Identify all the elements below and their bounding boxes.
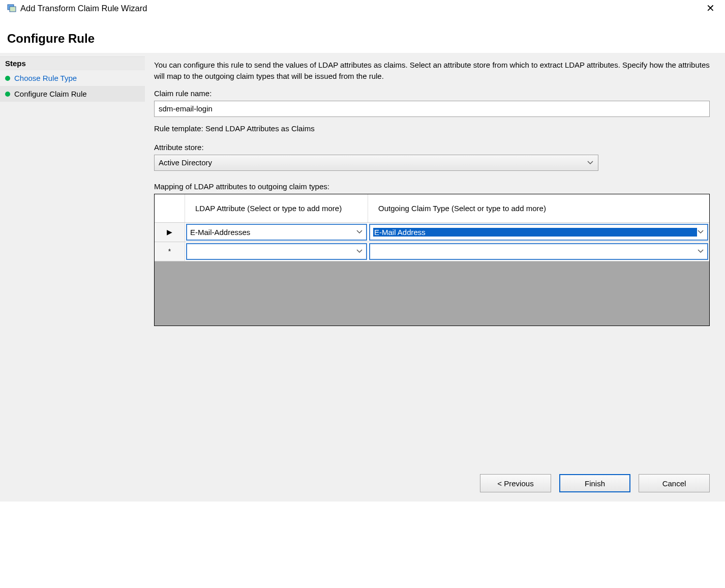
outgoing-claim-value: E-Mail Address [373,228,697,237]
outgoing-claim-cell [368,242,709,261]
ldap-attribute-combo[interactable]: E-Mail-Addresses [186,224,367,241]
svg-rect-1 [10,7,16,12]
steps-header: Steps [0,56,145,70]
chevron-down-icon [697,228,704,236]
wizard-body: Steps Choose Rule Type Configure Claim R… [0,53,725,502]
previous-button[interactable]: < Previous [480,474,551,492]
page-title: Configure Rule [7,32,718,46]
attribute-store-label: Attribute store: [154,143,710,152]
outgoing-claim-cell: E-Mail Address [368,223,709,242]
button-row: < Previous Finish Cancel [154,460,710,492]
grid-empty-area [155,261,709,326]
chevron-down-icon [697,248,704,255]
ldap-attribute-value: E-Mail-Addresses [190,228,356,237]
outgoing-claim-header: Outgoing Claim Type (Select or type to a… [368,194,709,222]
close-icon[interactable]: ✕ [703,3,718,13]
ldap-attribute-header: LDAP Attribute (Select or type to add mo… [185,194,368,222]
rule-template-text: Rule template: Send LDAP Attributes as C… [154,124,710,133]
chevron-down-icon [356,248,363,255]
chevron-down-icon [587,159,594,166]
step-bullet-icon [5,76,10,81]
row-indicator-header [155,194,185,222]
outgoing-claim-combo[interactable] [369,243,708,260]
ldap-attribute-cell: E-Mail-Addresses [185,223,368,242]
wizard-window: Add Transform Claim Rule Wizard ✕ Config… [0,0,725,588]
main-panel: You can configure this rule to send the … [145,53,725,502]
mapping-row: ▶ E-Mail-Addresses E-Mail Address [155,223,709,242]
ldap-attribute-cell [185,242,368,261]
step-configure-claim-rule[interactable]: Configure Claim Rule [0,86,145,102]
window-title: Add Transform Claim Rule Wizard [20,4,703,13]
mapping-grid: LDAP Attribute (Select or type to add mo… [154,194,710,326]
attribute-store-select[interactable]: Active Directory [154,155,598,171]
row-indicator[interactable]: ▶ [155,223,185,242]
description-text: You can configure this rule to send the … [154,60,710,82]
page-header: Configure Rule [0,16,725,53]
steps-sidebar: Steps Choose Rule Type Configure Claim R… [0,53,145,502]
step-label: Choose Rule Type [14,74,77,82]
step-label: Configure Claim Rule [14,90,87,98]
row-indicator[interactable]: * [155,242,185,261]
wizard-icon [7,4,16,13]
step-choose-rule-type[interactable]: Choose Rule Type [0,70,145,86]
attribute-store-value: Active Directory [159,158,587,167]
claim-rule-name-input[interactable] [154,101,710,117]
mapping-row: * [155,242,709,261]
finish-button[interactable]: Finish [559,474,630,492]
mapping-label: Mapping of LDAP attributes to outgoing c… [154,182,710,191]
step-bullet-icon [5,92,10,97]
ldap-attribute-combo[interactable] [186,243,367,260]
chevron-down-icon [356,228,363,236]
cancel-button[interactable]: Cancel [639,474,710,492]
titlebar: Add Transform Claim Rule Wizard ✕ [0,0,725,16]
grid-header-row: LDAP Attribute (Select or type to add mo… [155,194,709,223]
outgoing-claim-combo[interactable]: E-Mail Address [369,224,708,241]
claim-rule-name-label: Claim rule name: [154,89,710,98]
